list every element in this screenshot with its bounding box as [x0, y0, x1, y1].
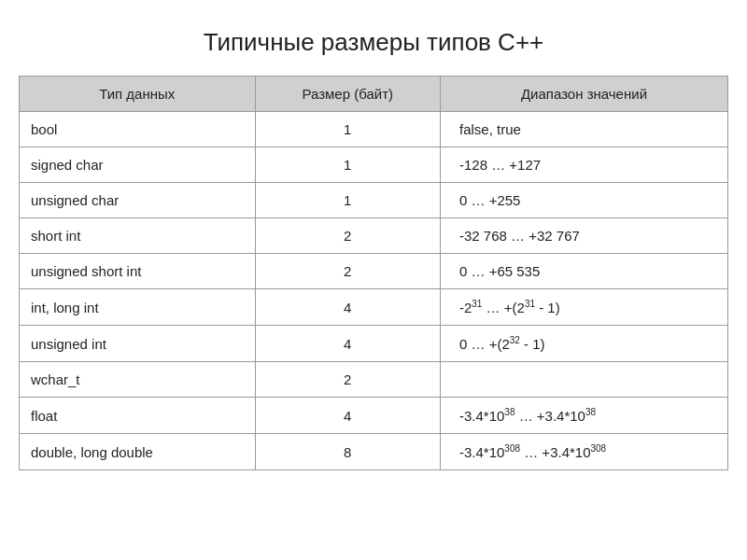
col-header-type: Тип данных	[20, 77, 256, 112]
cell-size: 4	[255, 289, 440, 326]
col-header-size: Размер (байт)	[255, 77, 440, 112]
data-table: Тип данных Размер (байт) Диапазон значен…	[19, 76, 728, 470]
cell-range: 0 … +255	[440, 183, 727, 218]
cell-type: short int	[20, 218, 256, 254]
cell-size: 2	[255, 254, 440, 289]
cell-size: 1	[255, 147, 440, 183]
cell-type: unsigned int	[20, 326, 256, 362]
cell-range: 0 … +65 535	[440, 254, 727, 289]
cell-size: 4	[255, 398, 440, 434]
col-header-range: Диапазон значений	[440, 77, 727, 112]
table-header-row: Тип данных Размер (байт) Диапазон значен…	[20, 77, 728, 112]
table-row: unsigned int40 … +(232 - 1)	[20, 326, 728, 362]
cell-type: unsigned short int	[20, 254, 256, 289]
page-title: Типичные размеры типов С++	[19, 28, 728, 57]
table-row: short int2-32 768 … +32 767	[20, 218, 728, 254]
cell-range: 0 … +(232 - 1)	[440, 326, 727, 362]
cell-type: unsigned char	[20, 183, 256, 218]
cell-type: float	[20, 398, 256, 434]
cell-range: false, true	[440, 112, 727, 147]
cell-range: -32 768 … +32 767	[440, 218, 727, 254]
cell-size: 1	[255, 112, 440, 147]
cell-range: -231 … +(231 - 1)	[440, 289, 727, 326]
table-row: wchar_t2	[20, 362, 728, 398]
cell-range: -128 … +127	[440, 147, 727, 183]
table-row: signed char1-128 … +127	[20, 147, 728, 183]
table-row: double, long double8-3.4*10308 … +3.4*10…	[20, 434, 728, 470]
table-row: unsigned char10 … +255	[20, 183, 728, 218]
cell-type: double, long double	[20, 434, 256, 470]
cell-type: wchar_t	[20, 362, 256, 398]
table-row: float4-3.4*1038 … +3.4*1038	[20, 398, 728, 434]
cell-size: 2	[255, 362, 440, 398]
table-row: bool1false, true	[20, 112, 728, 147]
cell-type: bool	[20, 112, 256, 147]
cell-range	[440, 362, 727, 398]
table-row: unsigned short int20 … +65 535	[20, 254, 728, 289]
table-row: int, long int4-231 … +(231 - 1)	[20, 289, 728, 326]
cell-size: 2	[255, 218, 440, 254]
page-container: Типичные размеры типов С++ Тип данных Ра…	[19, 28, 728, 470]
cell-size: 4	[255, 326, 440, 362]
cell-size: 8	[255, 434, 440, 470]
cell-type: int, long int	[20, 289, 256, 326]
cell-range: -3.4*1038 … +3.4*1038	[440, 398, 727, 434]
cell-size: 1	[255, 183, 440, 218]
cell-type: signed char	[20, 147, 256, 183]
cell-range: -3.4*10308 … +3.4*10308	[440, 434, 727, 470]
